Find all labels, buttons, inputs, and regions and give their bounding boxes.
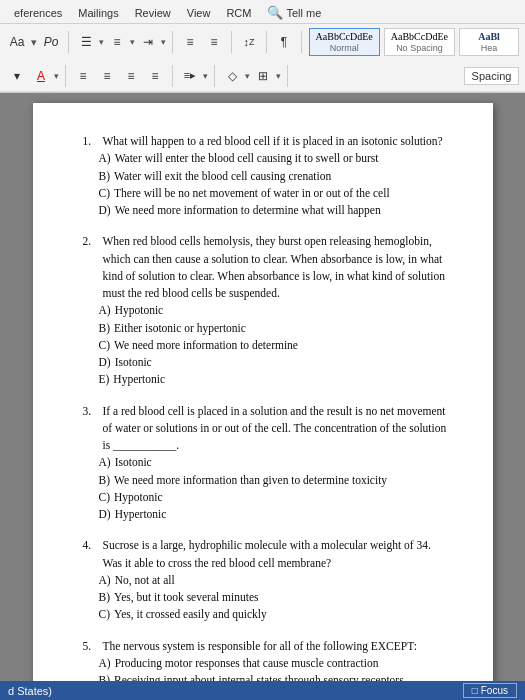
align-right2-icon[interactable]: ≡: [120, 65, 142, 87]
q5-option-b: B) Receiving input about internal states…: [83, 672, 453, 681]
q2-option-b: B) Either isotonic or hypertonic: [83, 320, 453, 337]
q3-option-c: C) Hypotonic: [83, 489, 453, 506]
sort-group: ↕Z: [238, 31, 267, 53]
ribbon-toolbar-row2: ▾ A ▾ ≡ ≡ ≡ ≡ ≡▸ ▾ ◇ ▾ ⊞ ▾ Spacing: [0, 60, 525, 92]
q1-option-c: C) There will be no net movement of wate…: [83, 185, 453, 202]
q3-option-d-text: Hypertonic: [115, 506, 167, 523]
q2-option-e: E) Hypertonic: [83, 371, 453, 388]
q2-option-b-letter: B): [99, 320, 111, 337]
focus-label: Focus: [481, 685, 508, 696]
q1-option-a-text: Water will enter the blood cell causing …: [115, 150, 379, 167]
indent-group2: ≡▸ ▾: [179, 65, 215, 87]
q5-option-b-letter: B): [99, 672, 111, 681]
q3-option-d: D) Hypertonic: [83, 506, 453, 523]
q5-number: 5.: [83, 638, 99, 655]
style-normal-preview: AaBbCcDdEe: [316, 31, 373, 42]
q4-option-c-text: Yes, it crossed easily and quickly: [114, 606, 267, 623]
tab-references[interactable]: eferences: [6, 4, 70, 22]
focus-button[interactable]: □ Focus: [463, 683, 517, 698]
indent-icon[interactable]: ⇥: [137, 31, 159, 53]
q2-option-e-letter: E): [99, 371, 110, 388]
question-3-text: 3. If a red blood cell is placed in a so…: [83, 403, 453, 455]
sort-icon[interactable]: ↕Z: [238, 31, 260, 53]
q1-content: What will happen to a red blood cell if …: [103, 133, 453, 150]
q3-option-b-letter: B): [99, 472, 111, 489]
text-color-icon[interactable]: A: [30, 65, 52, 87]
align-group2: ≡ ≡ ≡ ≡: [72, 65, 173, 87]
q1-option-b-text: Water will exit the blood cell causing c…: [114, 168, 331, 185]
q5-option-b-text: Receiving input about internal states th…: [114, 672, 404, 681]
tab-tellme[interactable]: 🔍 Tell me: [259, 2, 329, 23]
question-4: 4. Sucrose is a large, hydrophilic molec…: [83, 537, 453, 623]
q1-number: 1.: [83, 133, 99, 150]
q1-option-c-text: There will be no net movement of water i…: [114, 185, 390, 202]
document-area: 1. What will happen to a red blood cell …: [0, 93, 525, 681]
q2-option-a-letter: A): [99, 302, 111, 319]
q2-option-c: C) We need more information to determine: [83, 337, 453, 354]
focus-icon: □: [472, 685, 478, 696]
style-heading-label: Hea: [481, 43, 498, 53]
q4-option-c: C) Yes, it crossed easily and quickly: [83, 606, 453, 623]
shading-icon[interactable]: ◇: [221, 65, 243, 87]
q2-option-d-letter: D): [99, 354, 111, 371]
q2-content: When red blood cells hemolysis, they bur…: [103, 233, 453, 302]
q5-option-a: A) Producing motor responses that cause …: [83, 655, 453, 672]
q1-option-d-text: We need more information to determine wh…: [115, 202, 381, 219]
tab-rcm[interactable]: RCM: [218, 4, 259, 22]
style-no-spacing[interactable]: AaBbCcDdEe No Spacing: [384, 28, 455, 56]
q2-option-c-text: We need more information to determine: [114, 337, 298, 354]
q3-number: 3.: [83, 403, 99, 455]
spacing-button[interactable]: Spacing: [464, 67, 519, 85]
q1-option-a: A) Water will enter the blood cell causi…: [83, 150, 453, 167]
increase-indent-icon[interactable]: ≡▸: [179, 65, 201, 87]
q4-option-b: B) Yes, but it took several minutes: [83, 589, 453, 606]
q4-option-a-text: No, not at all: [115, 572, 175, 589]
q5-content: The nervous system is responsible for al…: [103, 638, 453, 655]
align-center-icon[interactable]: ≡: [203, 31, 225, 53]
align-center2-icon[interactable]: ≡: [96, 65, 118, 87]
q3-option-a-text: Isotonic: [115, 454, 152, 471]
q1-option-b-letter: B): [99, 168, 111, 185]
numbering-icon[interactable]: ≡: [106, 31, 128, 53]
font-name-po[interactable]: Po: [40, 31, 62, 53]
q2-option-d-text: Isotonic: [115, 354, 152, 371]
question-1: 1. What will happen to a red blood cell …: [83, 133, 453, 219]
q2-option-b-text: Either isotonic or hypertonic: [114, 320, 246, 337]
spacing-label: Spacing: [472, 70, 512, 82]
q1-option-b: B) Water will exit the blood cell causin…: [83, 168, 453, 185]
align-left-icon[interactable]: ≡: [179, 31, 201, 53]
q2-option-a-text: Hypotonic: [115, 302, 164, 319]
q3-option-a-letter: A): [99, 454, 111, 471]
q2-option-d: D) Isotonic: [83, 354, 453, 371]
q3-option-b-text: We need more information than given to d…: [114, 472, 387, 489]
ribbon-toolbar-row1: Aa ▾ Po ☰ ▾ ≡ ▾ ⇥ ▾ ≡ ≡ ↕Z ¶ AaBbCcDdEe …: [0, 24, 525, 60]
question-5-text: 5. The nervous system is responsible for…: [83, 638, 453, 655]
style-heading[interactable]: AaBl Hea: [459, 28, 519, 56]
style-normal-label: Normal: [330, 43, 359, 53]
format-group2: ▾ A ▾: [6, 65, 66, 87]
border-icon[interactable]: ⊞: [252, 65, 274, 87]
q4-option-b-letter: B): [99, 589, 111, 606]
style-heading-preview: AaBl: [478, 31, 500, 42]
q4-option-a: A) No, not at all: [83, 572, 453, 589]
bullets-icon[interactable]: ☰: [75, 31, 97, 53]
tab-review[interactable]: Review: [127, 4, 179, 22]
list-format-group: ☰ ▾ ≡ ▾ ⇥ ▾: [75, 31, 173, 53]
q3-option-d-letter: D): [99, 506, 111, 523]
tab-view[interactable]: View: [179, 4, 219, 22]
justify2-icon[interactable]: ≡: [144, 65, 166, 87]
align-left2-icon[interactable]: ≡: [72, 65, 94, 87]
q1-option-c-letter: C): [99, 185, 111, 202]
question-2: 2. When red blood cells hemolysis, they …: [83, 233, 453, 388]
style-no-spacing-label: No Spacing: [396, 43, 443, 53]
align-group: ≡ ≡: [179, 31, 232, 53]
font-name-aa[interactable]: Aa: [6, 31, 28, 53]
q1-option-a-letter: A): [99, 150, 111, 167]
style-normal[interactable]: AaBbCcDdEe Normal: [309, 28, 380, 56]
underline-color-icon[interactable]: ▾: [6, 65, 28, 87]
q2-option-a: A) Hypotonic: [83, 302, 453, 319]
tab-mailings[interactable]: Mailings: [70, 4, 126, 22]
q4-option-a-letter: A): [99, 572, 111, 589]
q3-option-c-text: Hypotonic: [114, 489, 163, 506]
paragraph-mark-icon[interactable]: ¶: [273, 31, 295, 53]
